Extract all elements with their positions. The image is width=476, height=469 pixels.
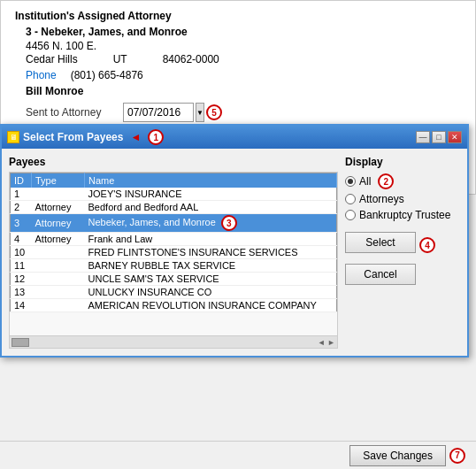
cell-type bbox=[32, 188, 85, 201]
cell-name: Frank and Law bbox=[85, 233, 337, 246]
table-row[interactable]: 12UNCLE SAM'S TAX SERVICE bbox=[11, 273, 337, 286]
cell-type bbox=[32, 259, 85, 273]
callout-2: 2 bbox=[378, 173, 394, 189]
table-row[interactable]: 4AttorneyFrank and Law bbox=[11, 233, 337, 246]
sent-label: Sent to Attorney bbox=[26, 106, 123, 119]
callout-3: 3 bbox=[221, 215, 237, 231]
cell-id: 12 bbox=[11, 273, 32, 286]
cell-id: 2 bbox=[11, 201, 32, 214]
restore-button[interactable]: □ bbox=[432, 131, 446, 143]
table-row[interactable]: 11BARNEY RUBBLE TAX SERVICE bbox=[11, 259, 337, 273]
callout-1: 1 bbox=[148, 129, 164, 145]
cell-id: 4 bbox=[11, 233, 32, 246]
radio-button[interactable] bbox=[345, 210, 356, 220]
table-row[interactable]: 2AttorneyBedford and Bedford AAL bbox=[11, 201, 337, 214]
table-row[interactable]: 1JOEY'S INSURANCE bbox=[11, 188, 337, 201]
radio-label: Bankruptcy Trustee bbox=[359, 209, 450, 221]
display-radio-group: All2AttorneysBankruptcy Trustee bbox=[345, 173, 460, 221]
cell-id: 3 bbox=[11, 214, 32, 233]
table-scroll-area[interactable]: ID Type Name 1JOEY'S INSURANCE2AttorneyB… bbox=[9, 172, 338, 349]
close-button[interactable]: ✕ bbox=[448, 131, 462, 143]
attorney-name: 3 - Nebeker, James, and Monroe bbox=[26, 26, 461, 38]
radio-label: Attorneys bbox=[359, 193, 404, 205]
cell-type: Attorney bbox=[32, 214, 85, 233]
cell-name: BARNEY RUBBLE TAX SERVICE bbox=[85, 259, 337, 273]
callout-4: 4 bbox=[419, 237, 435, 253]
bottom-bar: Save Changes 7 bbox=[0, 441, 476, 469]
cell-name: Bedford and Bedford AAL bbox=[85, 201, 337, 214]
cell-name: UNLUCKY INSURANCE CO bbox=[85, 286, 337, 299]
bill-name: Bill Monroe bbox=[26, 85, 461, 97]
cell-id: 14 bbox=[11, 299, 32, 312]
radio-item-all[interactable]: All2 bbox=[345, 173, 460, 189]
select-payees-modal: 🖥 Select From Payees ◄ 1 — □ ✕ Payees ID… bbox=[0, 124, 469, 358]
callout-7: 7 bbox=[449, 448, 465, 464]
payees-section: Payees ID Type Name 1JOEY'S INSURANCE2At… bbox=[9, 156, 338, 349]
cell-type bbox=[32, 286, 85, 299]
sent-date-input[interactable] bbox=[123, 103, 194, 122]
phone-label: Phone bbox=[26, 69, 57, 81]
radio-label: All bbox=[359, 175, 371, 188]
select-button[interactable]: Select bbox=[345, 232, 416, 253]
display-section: Display All2AttorneysBankruptcy Trustee … bbox=[345, 156, 460, 349]
titlebar-left: 🖥 Select From Payees ◄ 1 bbox=[7, 129, 164, 145]
payees-table: ID Type Name 1JOEY'S INSURANCE2AttorneyB… bbox=[10, 173, 337, 312]
date-dropdown-arrow[interactable]: ▼ bbox=[196, 103, 204, 122]
modal-body: Payees ID Type Name 1JOEY'S INSURANCE2At… bbox=[2, 149, 467, 356]
col-header-id: ID bbox=[11, 173, 32, 188]
col-header-type: Type bbox=[32, 173, 85, 188]
cancel-button[interactable]: Cancel bbox=[345, 264, 416, 285]
zip: 84062-0000 bbox=[163, 53, 219, 65]
modal-app-icon: 🖥 bbox=[7, 131, 19, 143]
section-title: Institution's Assigned Attorney bbox=[15, 10, 461, 22]
display-title: Display bbox=[345, 156, 460, 168]
radio-item-attorneys[interactable]: Attorneys bbox=[345, 193, 460, 205]
table-row[interactable]: 14AMERICAN REVOLUTION INSURANCE COMPANY bbox=[11, 299, 337, 312]
callout-5: 5 bbox=[206, 104, 222, 120]
modal-title: Select From Payees bbox=[23, 131, 123, 143]
radio-item-bankruptcy-trustee[interactable]: Bankruptcy Trustee bbox=[345, 209, 460, 221]
minimize-button[interactable]: — bbox=[416, 131, 430, 143]
state: UT bbox=[113, 53, 127, 65]
cell-type bbox=[32, 273, 85, 286]
save-changes-button[interactable]: Save Changes bbox=[349, 445, 446, 466]
cell-name: FRED FLINTSTONE'S INSURANCE SERVICES bbox=[85, 246, 337, 259]
cell-name: UNCLE SAM'S TAX SERVICE bbox=[85, 273, 337, 286]
cell-id: 13 bbox=[11, 286, 32, 299]
arrow-indicator: ◄ bbox=[130, 131, 141, 143]
cell-type bbox=[32, 246, 85, 259]
payees-title: Payees bbox=[9, 156, 338, 168]
cell-type: Attorney bbox=[32, 233, 85, 246]
radio-button[interactable] bbox=[345, 176, 356, 187]
cell-id: 10 bbox=[11, 246, 32, 259]
table-row[interactable]: 3AttorneyNebeker, James, and Monroe3 bbox=[11, 214, 337, 233]
window-controls: — □ ✕ bbox=[416, 131, 462, 143]
scroll-thumb[interactable] bbox=[12, 338, 29, 347]
sent-date-field[interactable]: ▼ bbox=[123, 103, 203, 122]
cell-type: Attorney bbox=[32, 201, 85, 214]
cell-id: 1 bbox=[11, 188, 32, 201]
cell-name: Nebeker, James, and Monroe3 bbox=[85, 214, 337, 233]
table-row[interactable]: 13UNLUCKY INSURANCE CO bbox=[11, 286, 337, 299]
horizontal-scrollbar[interactable]: ◄ ► bbox=[10, 335, 337, 348]
cell-id: 11 bbox=[11, 259, 32, 273]
radio-button[interactable] bbox=[345, 194, 356, 204]
modal-titlebar: 🖥 Select From Payees ◄ 1 — □ ✕ bbox=[2, 126, 467, 149]
table-row[interactable]: 10FRED FLINTSTONE'S INSURANCE SERVICES bbox=[11, 246, 337, 259]
phone-value: (801) 665-4876 bbox=[71, 69, 143, 81]
cell-name: AMERICAN REVOLUTION INSURANCE COMPANY bbox=[85, 299, 337, 312]
city: Cedar Hills bbox=[26, 53, 78, 65]
col-header-name: Name bbox=[85, 173, 337, 188]
cell-type bbox=[32, 299, 85, 312]
address-line1: 4456 N. 100 E. bbox=[26, 40, 461, 52]
cell-name: JOEY'S INSURANCE bbox=[85, 188, 337, 201]
